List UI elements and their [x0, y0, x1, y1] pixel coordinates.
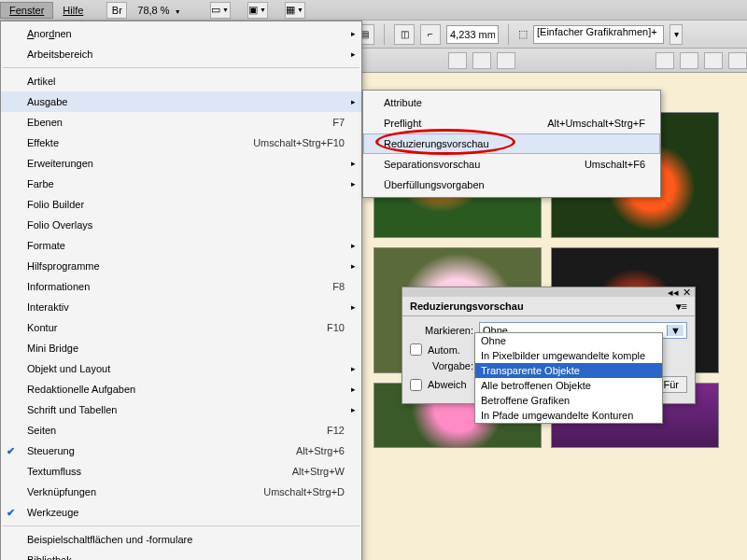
panel-close-icon[interactable]: ✕ [683, 287, 691, 299]
menu-ebenen[interactable]: EbenenF7 [1, 112, 361, 133]
markieren-label: Markieren: [410, 325, 473, 336]
tool-b-icon[interactable] [680, 52, 698, 69]
rotate-icon[interactable] [497, 52, 515, 69]
menu-beispiel[interactable]: Beispielschaltflächen und -formulare [1, 529, 361, 550]
menu-effekte[interactable]: EffekteUmschalt+Strg+F10 [1, 133, 361, 153]
submenu-ueberfuellung[interactable]: Überfüllungsvorgaben [363, 175, 660, 195]
view-mode-icon[interactable]: ▣▼ [247, 2, 268, 19]
menu-artikel[interactable]: Artikel [1, 71, 361, 91]
menu-objekt-layout[interactable]: Objekt und Layout▸ [1, 358, 361, 379]
submenu-separationsvorschau[interactable]: SeparationsvorschauUmschalt+F6 [363, 154, 660, 175]
object-style-preset[interactable]: [Einfacher Grafikrahmen]+ [533, 25, 664, 44]
flip-h-icon[interactable] [448, 52, 467, 69]
menu-informationen[interactable]: InformationenF8 [1, 276, 361, 297]
preset-glyph-icon: ⬚ [518, 28, 528, 40]
submenu-attribute[interactable]: Attribute [363, 92, 660, 113]
measure-field[interactable] [446, 25, 499, 44]
corner-icon[interactable]: ⌐ [420, 24, 441, 45]
menu-anordnen[interactable]: AAnordnennordnen▸ [1, 23, 361, 44]
menu-hilfsprogramme[interactable]: Hilfsprogramme▸ [1, 256, 361, 276]
submenu-preflight[interactable]: PreflightAlt+Umschalt+Strg+F [363, 113, 660, 133]
menu-bibliothek[interactable]: Bibliothek [1, 550, 361, 560]
menu-interaktiv[interactable]: Interaktiv▸ [1, 297, 361, 317]
tool-a-icon[interactable] [655, 52, 674, 69]
option-pfade[interactable]: In Pfade umgewandelte Konturen [475, 408, 662, 423]
menu-steuerung[interactable]: ✔SteuerungAlt+Strg+6 [1, 441, 361, 461]
menu-formate[interactable]: Formate▸ [1, 235, 361, 256]
bridge-icon[interactable]: Br [106, 2, 127, 19]
panel-collapse-icon[interactable]: ◂◂ [668, 287, 679, 299]
screen-mode-icon[interactable]: ▭▼ [210, 2, 231, 19]
abweich-label: Abweich [428, 379, 467, 390]
preset-dropdown-icon[interactable]: ▾ [669, 24, 683, 45]
menu-folio-overlays[interactable]: Folio Overlays [1, 215, 361, 235]
ausgabe-submenu: Attribute PreflightAlt+Umschalt+Strg+F R… [362, 90, 661, 198]
menu-seiten[interactable]: SeitenF12 [1, 420, 361, 441]
arrange-icon[interactable]: ▦▼ [285, 2, 305, 19]
autom-checkbox[interactable] [410, 343, 422, 356]
menu-kontur[interactable]: KonturF10 [1, 317, 361, 338]
option-ohne[interactable]: Ohne [475, 333, 662, 348]
menu-verknuepfungen[interactable]: VerknüpfungenUmschalt+Strg+D [1, 482, 361, 502]
menu-erweiterungen[interactable]: Erweiterungen▸ [1, 153, 361, 174]
menu-textumfluss[interactable]: TextumflussAlt+Strg+W [1, 461, 361, 482]
submenu-reduzierungsvorschau[interactable]: Reduzierungsvorschau [363, 133, 660, 154]
flip-v-icon[interactable] [472, 52, 491, 69]
abweich-checkbox[interactable] [410, 379, 422, 391]
zoom-level[interactable]: 78,8 % ▼ [130, 5, 188, 16]
frame-fit-icon[interactable]: ◫ [394, 24, 415, 45]
tool-d-icon[interactable] [728, 52, 747, 69]
option-pixelbilder[interactable]: In Pixelbilder umgewandelte komple [475, 348, 662, 363]
menu-mini-bridge[interactable]: Mini Bridge [1, 338, 361, 358]
option-transparente[interactable]: Transparente Objekte [475, 363, 662, 378]
menu-schrift-tabellen[interactable]: Schrift und Tabellen▸ [1, 399, 361, 420]
markieren-dropdown-list: Ohne In Pixelbilder umgewandelte komple … [474, 332, 663, 424]
option-betroffene-grafiken[interactable]: Betroffene Grafiken [475, 393, 662, 408]
menubar: Fenster Hilfe Br 78,8 % ▼ ▭▼ ▣▼ ▦▼ [0, 0, 747, 21]
panel-tab[interactable]: Reduzierungsvorschau ▾≡ [402, 297, 695, 316]
menu-arbeitsbereich[interactable]: Arbeitsbereich▸ [1, 44, 361, 64]
panel-header: ◂◂ ✕ [402, 287, 695, 297]
autom-label: Autom. [428, 344, 460, 356]
option-alle-betroffenen[interactable]: Alle betroffenen Objekte [475, 378, 662, 393]
menu-farbe[interactable]: Farbe▸ [1, 174, 361, 194]
menu-fenster[interactable]: Fenster [0, 2, 53, 19]
menu-werkzeuge[interactable]: ✔Werkzeuge [1, 502, 361, 523]
menu-redaktionelle[interactable]: Redaktionelle Aufgaben▸ [1, 379, 361, 399]
menu-ausgabe[interactable]: Ausgabe▸ [1, 91, 361, 112]
panel-menu-icon[interactable]: ▾≡ [676, 301, 687, 313]
menu-folio-builder[interactable]: Folio Builder [1, 194, 361, 215]
vorgabe-label: Vorgabe: [410, 360, 473, 371]
fenster-dropdown: AAnordnennordnen▸ Arbeitsbereich▸ Artike… [0, 21, 362, 560]
tool-c-icon[interactable] [704, 52, 723, 69]
menu-hilfe[interactable]: Hilfe [53, 2, 92, 19]
